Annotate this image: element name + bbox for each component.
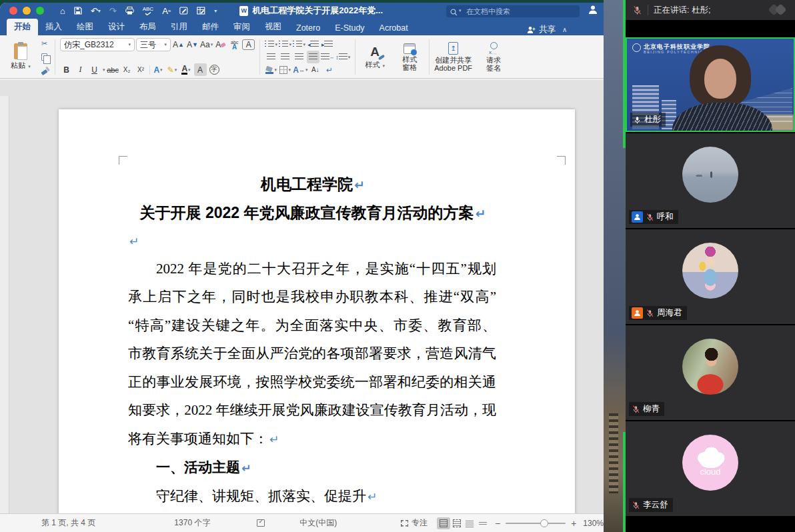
shrink-font-button[interactable]: A▼ bbox=[186, 39, 199, 51]
show-marks-button[interactable]: ↵ bbox=[323, 63, 335, 76]
ribbon-tab[interactable]: 布局 bbox=[132, 19, 163, 35]
phonetic-guide-button[interactable]: abcA bbox=[228, 39, 241, 51]
distribute-text-button[interactable]: ↔ bbox=[321, 51, 334, 63]
search-input[interactable] bbox=[446, 5, 580, 17]
collapse-ribbon-icon[interactable]: ∧ bbox=[562, 26, 567, 33]
cut-icon[interactable]: ✂ bbox=[39, 39, 50, 49]
draft-view-button[interactable] bbox=[476, 517, 490, 529]
underline-button[interactable]: U bbox=[88, 63, 101, 76]
grow-font-button[interactable]: A▲ bbox=[172, 39, 185, 51]
page-content: 机电工程学院↵ 关于开展 2022 年党风廉政宣传教育月活动的方案↵ ↵ 202… bbox=[59, 109, 575, 513]
minimize-window-button[interactable] bbox=[23, 7, 31, 15]
word-count-status[interactable]: 1370 个字 bbox=[174, 517, 210, 529]
zoom-slider[interactable] bbox=[506, 523, 566, 524]
styles-button[interactable]: A 样式 ▾ bbox=[360, 45, 389, 70]
align-right-button[interactable] bbox=[293, 51, 305, 63]
zoom-in-button[interactable]: + bbox=[571, 518, 576, 529]
document-line: 承上启下之年，同时也是我校申办职教本科、推进“双高” bbox=[128, 283, 498, 312]
save-icon[interactable] bbox=[74, 7, 82, 15]
document-line: 将有关事项通知如下：↵ bbox=[128, 425, 498, 454]
language-status[interactable]: 中文(中国) bbox=[299, 517, 337, 529]
multilevel-list-button[interactable]: ▾ bbox=[293, 38, 305, 51]
participant-tile[interactable]: 呼和 bbox=[626, 133, 795, 228]
active-speaker-tile[interactable]: 北京电子科技职业学院 BEIJING POLYTECHNIC 杜彤 bbox=[626, 37, 795, 132]
web-layout-view-button[interactable] bbox=[450, 517, 464, 529]
ribbon-tab[interactable]: 引用 bbox=[163, 19, 195, 35]
share-button[interactable]: 共享 bbox=[527, 24, 556, 35]
numbering-button[interactable]: ▾ bbox=[279, 38, 291, 51]
change-case-button[interactable]: Aa▾ bbox=[200, 39, 213, 51]
close-window-button[interactable] bbox=[9, 7, 17, 15]
align-left-button[interactable] bbox=[265, 51, 277, 63]
bold-button[interactable]: B bbox=[60, 63, 73, 76]
ribbon-tab[interactable]: 插入 bbox=[38, 19, 69, 35]
style-pane-button[interactable]: 样式窗格 bbox=[395, 43, 424, 71]
justify-button[interactable] bbox=[307, 51, 319, 63]
focus-mode-icon[interactable] bbox=[401, 520, 408, 527]
comment-edit-icon[interactable] bbox=[179, 7, 188, 15]
proofing-status-icon[interactable] bbox=[257, 519, 265, 527]
zoom-percentage[interactable]: 130% bbox=[583, 519, 604, 528]
zoom-out-button[interactable]: − bbox=[495, 518, 500, 529]
participant-tile[interactable]: 柳青 bbox=[626, 325, 795, 420]
decrease-indent-button[interactable]: ◂ bbox=[307, 38, 319, 51]
font-color-button[interactable]: A▾ bbox=[180, 63, 193, 76]
character-shading-button[interactable]: A bbox=[194, 63, 207, 76]
document-page[interactable]: 机电工程学院↵ 关于开展 2022 年党风廉政宣传教育月活动的方案↵ ↵ 202… bbox=[59, 109, 575, 513]
zoom-window-button[interactable] bbox=[36, 7, 44, 15]
ribbon-tab[interactable]: 设计 bbox=[101, 19, 132, 35]
enclose-characters-button[interactable]: 字 bbox=[208, 63, 221, 76]
print-icon[interactable] bbox=[125, 7, 134, 15]
print-layout-view-button[interactable] bbox=[437, 517, 450, 529]
undo-button[interactable]: ↶▾ bbox=[91, 7, 101, 15]
align-center-button[interactable] bbox=[279, 51, 291, 63]
font-size-combo[interactable]: 三号▾ bbox=[136, 38, 171, 51]
ribbon-tab[interactable]: Acrobat bbox=[372, 21, 416, 35]
ribbon-tab[interactable]: 绘图 bbox=[69, 19, 101, 35]
search-scope-caret-icon[interactable]: ▾ bbox=[459, 8, 462, 13]
ribbon-tab[interactable]: 开始 bbox=[7, 19, 38, 35]
ribbon-tab[interactable]: 邮件 bbox=[195, 19, 226, 35]
qat-overflow-icon[interactable]: ▾ bbox=[214, 8, 217, 14]
ribbon-tab-label: 布局 bbox=[139, 22, 156, 31]
subscript-button[interactable]: X₂ bbox=[121, 63, 133, 76]
superscript-button[interactable]: X² bbox=[135, 63, 147, 76]
participant-tile[interactable]: cloud 李云舒 bbox=[626, 421, 795, 516]
zoom-slider-knob[interactable] bbox=[540, 519, 548, 527]
shading-button[interactable]: ▾ bbox=[265, 63, 277, 76]
highlight-button[interactable]: ✎▾ bbox=[166, 63, 179, 76]
ribbon-tab[interactable]: Zotero bbox=[289, 21, 327, 35]
ribbon-tab[interactable]: 视图 bbox=[257, 19, 289, 35]
borders-button[interactable]: ▾ bbox=[279, 63, 291, 76]
increase-indent-button[interactable]: ▸ bbox=[321, 38, 333, 51]
spelling-check-icon[interactable]: ABC bbox=[143, 7, 153, 15]
read-aloud-icon[interactable]: A» bbox=[162, 7, 171, 15]
muted-mic-icon[interactable] bbox=[632, 5, 642, 15]
character-border-button[interactable]: A bbox=[242, 39, 255, 50]
create-share-pdf-button[interactable]: ↥ 创建并共享Adobe PDF bbox=[434, 42, 472, 72]
ribbon-tab[interactable]: 审阅 bbox=[226, 19, 257, 35]
paste-button[interactable]: 粘贴 ▾ bbox=[5, 38, 36, 76]
redo-button[interactable]: ↷ bbox=[109, 7, 117, 15]
line-spacing-button[interactable]: ↕▾ bbox=[335, 51, 350, 63]
copy-icon[interactable] bbox=[39, 52, 50, 62]
participant-tile[interactable]: 周海君 bbox=[626, 229, 795, 324]
bullets-button[interactable]: ▾ bbox=[265, 38, 277, 51]
italic-button[interactable]: I bbox=[74, 63, 87, 76]
page-number-status[interactable]: 第 1 页, 共 4 页 bbox=[41, 517, 95, 529]
text-effects-button[interactable]: A▾ bbox=[152, 63, 165, 76]
home-icon[interactable]: ⌂ bbox=[60, 7, 65, 15]
ribbon-tab[interactable]: E-Study bbox=[327, 21, 371, 35]
outline-view-button[interactable] bbox=[464, 517, 477, 529]
sort-button[interactable]: A↓ bbox=[309, 63, 321, 76]
asian-layout-button[interactable]: A↔▾ bbox=[293, 63, 307, 76]
font-name-combo[interactable]: 仿宋_GB2312▾ bbox=[60, 38, 135, 51]
account-icon[interactable] bbox=[588, 5, 598, 17]
request-signatures-button[interactable]: 请求签名 bbox=[479, 42, 508, 72]
strikethrough-button[interactable]: abc bbox=[107, 63, 119, 76]
clear-formatting-button[interactable]: A bbox=[214, 39, 227, 51]
participant-name: 李云舒 bbox=[643, 499, 668, 511]
format-painter-icon[interactable] bbox=[39, 65, 50, 75]
focus-mode-label[interactable]: 专注 bbox=[412, 517, 428, 529]
table-edit-icon[interactable] bbox=[197, 7, 205, 15]
